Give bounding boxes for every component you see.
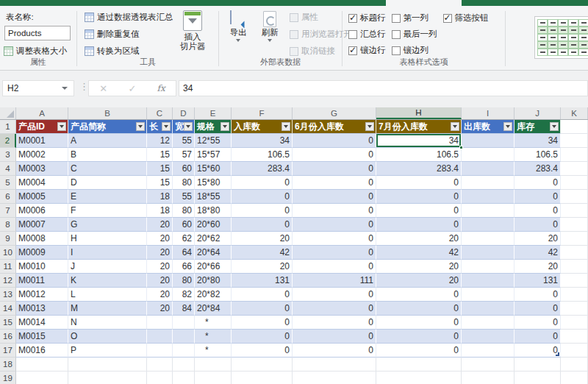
cell-E2[interactable]: 12*55 [195, 134, 232, 148]
cell-E4[interactable]: 15*60 [195, 162, 232, 176]
cell-H2[interactable]: 34 [376, 134, 462, 148]
filter-dropdown-icon[interactable] [162, 122, 171, 131]
cell-D2[interactable]: 55 [173, 134, 195, 148]
row-header-9[interactable]: 9 [0, 232, 16, 246]
cell-F17[interactable]: 0 [232, 344, 293, 358]
cell-K14[interactable] [561, 302, 588, 316]
cell-A6[interactable]: M0005 [16, 190, 68, 204]
cell-I5[interactable] [462, 176, 514, 190]
cell-D17[interactable] [173, 344, 195, 358]
cell-B3[interactable]: B [68, 148, 147, 162]
cell-K11[interactable] [561, 260, 588, 274]
cell-K3[interactable] [561, 148, 588, 162]
cell-G18[interactable] [293, 358, 376, 371]
cell-C11[interactable]: 20 [147, 260, 173, 274]
cell-D8[interactable]: 60 [173, 218, 195, 232]
cell-E7[interactable]: 18*80 [195, 204, 232, 218]
cell-J7[interactable]: 0 [514, 204, 561, 218]
cell-K12[interactable] [561, 274, 588, 288]
cell-A10[interactable]: M0009 [16, 246, 68, 260]
cell-D18[interactable] [173, 358, 195, 371]
cell-C18[interactable] [147, 358, 173, 371]
table-header-宽[interactable]: 宽 [173, 120, 195, 134]
cell-F7[interactable]: 0 [232, 204, 293, 218]
cell-B15[interactable]: N [68, 316, 147, 330]
cell-K6[interactable] [561, 190, 588, 204]
cell-H7[interactable]: 0 [376, 204, 462, 218]
cell-D10[interactable]: 64 [173, 246, 195, 260]
cell-B14[interactable]: M [68, 302, 147, 316]
row-header-19[interactable]: 19 [0, 371, 16, 384]
cell-H19[interactable] [376, 371, 462, 384]
cell-F9[interactable]: 20 [232, 232, 293, 246]
filter-dropdown-icon[interactable] [451, 122, 459, 131]
cell-G13[interactable]: 0 [293, 288, 376, 302]
column-header-B[interactable]: B [68, 107, 147, 119]
cell-K16[interactable] [561, 330, 588, 344]
table-style-preview[interactable] [534, 16, 588, 59]
remove-duplicates-button[interactable]: 删除重复值 [85, 29, 140, 40]
cell-B17[interactable]: P [68, 344, 147, 358]
cell-J11[interactable]: 20 [514, 260, 561, 274]
cell-E11[interactable]: 20*66 [195, 260, 232, 274]
cell-F8[interactable]: 0 [232, 218, 293, 232]
cell-I17[interactable] [462, 344, 514, 358]
cell-J16[interactable]: 0 [514, 330, 561, 344]
cell-I9[interactable] [462, 232, 514, 246]
cell-G16[interactable]: 0 [293, 330, 376, 344]
cell-E6[interactable]: 18*55 [195, 190, 232, 204]
cell-G7[interactable]: 0 [293, 204, 376, 218]
cell-I4[interactable] [462, 162, 514, 176]
checkbox-第一列[interactable]: 第一列 [392, 13, 437, 24]
cell-F16[interactable]: 0 [232, 330, 293, 344]
filter-dropdown-icon[interactable] [136, 122, 145, 131]
enter-icon[interactable]: ✓ [128, 83, 136, 94]
cell-B12[interactable]: K [68, 274, 147, 288]
cell-F5[interactable]: 0 [232, 176, 293, 190]
cell-H11[interactable]: 20 [376, 260, 462, 274]
cell-G9[interactable]: 0 [293, 232, 376, 246]
column-header-H[interactable]: H [376, 107, 462, 119]
row-header-12[interactable]: 12 [0, 274, 16, 288]
cell-H4[interactable]: 283.4 [376, 162, 462, 176]
cell-D12[interactable]: 80 [173, 274, 195, 288]
row-header-7[interactable]: 7 [0, 204, 16, 218]
cell-D5[interactable]: 80 [173, 176, 195, 190]
checkbox-汇总行[interactable]: 汇总行 [348, 29, 386, 40]
filter-dropdown-icon[interactable] [57, 122, 66, 131]
cell-C4[interactable]: 15 [147, 162, 173, 176]
cell-D4[interactable]: 60 [173, 162, 195, 176]
cell-D6[interactable]: 55 [173, 190, 195, 204]
cell-J12[interactable]: 131 [514, 274, 561, 288]
cell-D13[interactable]: 82 [173, 288, 195, 302]
cell-J8[interactable]: 0 [514, 218, 561, 232]
row-header-2[interactable]: 2 [0, 134, 16, 148]
cell-J9[interactable]: 20 [514, 232, 561, 246]
column-header-I[interactable]: I [462, 107, 514, 119]
cell-D11[interactable]: 66 [173, 260, 195, 274]
cell-H8[interactable]: 0 [376, 218, 462, 232]
cell-K18[interactable] [561, 358, 588, 371]
cell-K15[interactable] [561, 316, 588, 330]
cell-C8[interactable]: 20 [147, 218, 173, 232]
cell-H6[interactable]: 0 [376, 190, 462, 204]
table-header-入库数[interactable]: 入库数 [232, 120, 293, 134]
cell-H17[interactable]: 0 [376, 344, 462, 358]
cell-K5[interactable] [561, 176, 588, 190]
cell-H15[interactable]: 0 [376, 316, 462, 330]
checked-checkbox-icon[interactable] [443, 14, 452, 23]
table-header-规格[interactable]: 规格 [195, 120, 232, 134]
fill-handle[interactable] [459, 146, 463, 149]
cell-F15[interactable]: 0 [232, 316, 293, 330]
insert-function-icon[interactable]: fx [157, 83, 165, 93]
cell-J10[interactable]: 42 [514, 246, 561, 260]
cell-F18[interactable] [232, 358, 293, 371]
table-header-产品简称[interactable]: 产品简称 [68, 120, 147, 134]
cell-H16[interactable]: 0 [376, 330, 462, 344]
cell-G14[interactable]: 0 [293, 302, 376, 316]
row-header-16[interactable]: 16 [0, 330, 16, 344]
cell-K19[interactable] [561, 371, 588, 384]
cell-D3[interactable]: 57 [173, 148, 195, 162]
cell-E3[interactable]: 15*57 [195, 148, 232, 162]
checked-checkbox-icon[interactable] [348, 14, 357, 23]
